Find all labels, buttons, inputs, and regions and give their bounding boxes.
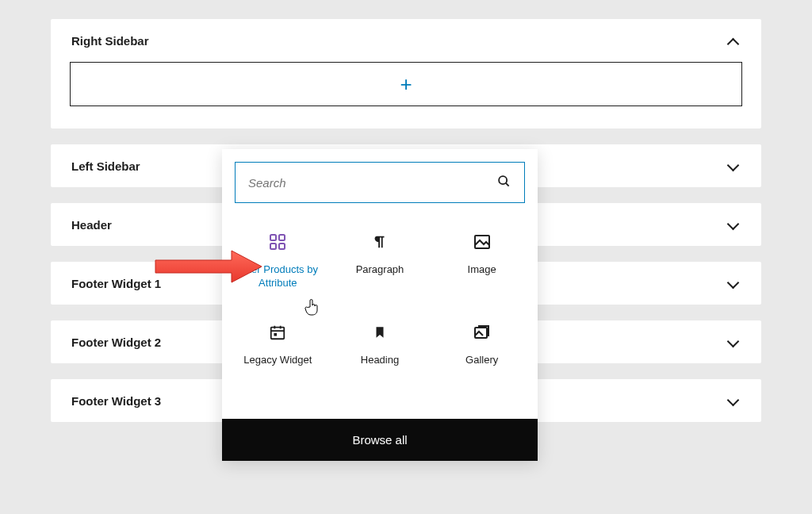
plus-icon: + [400,74,412,94]
block-label: Heading [361,354,399,367]
block-inserter-popover: Filter Products by Attribute Paragraph I… [222,149,538,461]
chevron-down-icon [726,335,741,349]
widget-area-title: Footer Widget 2 [71,336,161,349]
chevron-down-icon [726,393,741,408]
widget-area-body: + [51,62,761,128]
search-input[interactable] [248,176,496,190]
block-label: Gallery [465,354,498,367]
block-label: Paragraph [356,263,404,277]
widget-area-right-sidebar: Right Sidebar + [51,19,761,128]
search-box[interactable] [235,162,525,203]
search-icon [496,173,511,192]
block-paragraph[interactable]: Paragraph [331,222,430,309]
grid-icon [267,232,288,252]
block-label: Image [468,263,496,277]
widget-area-header[interactable]: Right Sidebar [51,19,761,62]
svg-rect-4 [270,244,276,249]
svg-rect-11 [274,333,278,336]
widget-area-title: Footer Widget 1 [71,277,161,290]
image-icon [472,232,492,252]
gallery-icon [472,322,492,343]
chevron-up-icon [726,33,741,48]
svg-rect-7 [271,328,285,339]
inserter-search-wrap [222,149,538,209]
browse-all-button[interactable]: Browse all [222,419,538,461]
add-block-button[interactable]: + [70,62,742,106]
svg-point-0 [499,176,507,184]
block-legacy-widget[interactable]: Legacy Widget [228,313,327,400]
chevron-down-icon [726,276,741,290]
paragraph-icon [370,232,390,252]
block-gallery[interactable]: Gallery [432,313,531,400]
svg-line-1 [506,183,509,186]
annotation-arrow-icon [152,249,263,284]
widget-area-title: Footer Widget 3 [71,394,161,408]
widget-area-title: Right Sidebar [71,34,149,48]
block-grid: Filter Products by Attribute Paragraph I… [222,209,538,419]
bookmark-icon [370,322,390,343]
calendar-icon [267,322,288,343]
chevron-down-icon [726,159,741,173]
block-image[interactable]: Image [432,222,531,309]
widget-area-title: Left Sidebar [71,159,140,173]
chevron-down-icon [726,217,741,232]
pointer-cursor-icon [304,298,320,316]
browse-all-label: Browse all [352,433,407,447]
block-label: Legacy Widget [243,354,312,367]
svg-rect-5 [279,244,285,249]
widget-area-title: Header [71,218,112,232]
svg-rect-2 [270,235,276,240]
svg-rect-3 [279,235,285,240]
block-heading[interactable]: Heading [331,313,430,400]
